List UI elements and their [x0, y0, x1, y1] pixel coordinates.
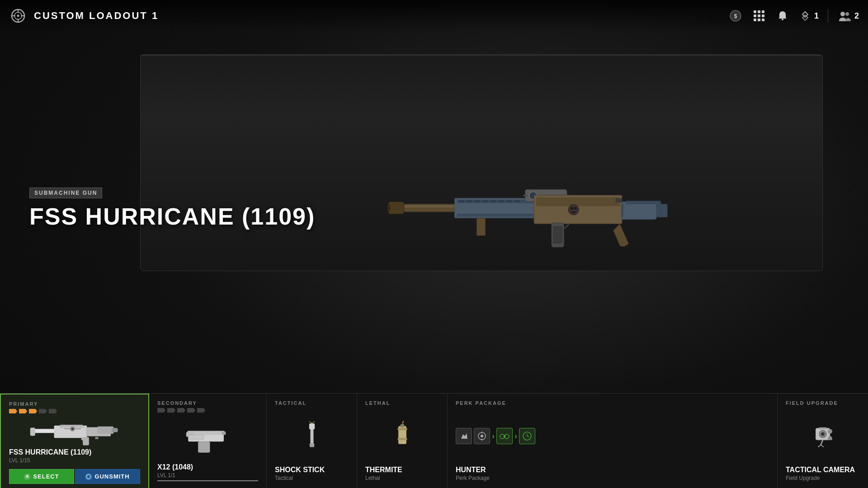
perk-label: PERK PACKAGE	[456, 400, 769, 406]
star-4	[39, 409, 47, 413]
rank-number: 1	[814, 11, 819, 21]
svg-rect-70	[309, 443, 314, 447]
bell-icon[interactable]	[775, 9, 790, 23]
x-icon: ✕	[24, 474, 30, 480]
cod-points-icon[interactable]: $	[728, 9, 743, 23]
svg-line-72	[309, 422, 310, 423]
svg-point-98	[828, 429, 833, 434]
top-bar-left: CUSTOM LOADOUT 1	[9, 7, 159, 25]
select-label: SELECT	[33, 473, 59, 480]
svg-rect-59	[112, 428, 118, 432]
svg-rect-43	[782, 19, 783, 20]
perk-icon-4	[519, 428, 535, 444]
s-star-5	[197, 408, 205, 413]
s-star-1	[157, 408, 165, 413]
svg-rect-30	[656, 204, 667, 217]
loadout-title: CUSTOM LOADOUT 1	[34, 10, 159, 22]
weapon-display-area	[335, 125, 768, 296]
secondary-level-bar	[157, 480, 258, 481]
svg-point-55	[71, 427, 74, 430]
primary-slot[interactable]: PRIMARY	[0, 394, 149, 488]
primary-weapon-name: FSS HURRICANE (1109)	[9, 448, 140, 456]
svg-rect-58	[97, 427, 113, 434]
star-2	[19, 409, 27, 413]
primary-buttons: ✕ SELECT ◯ GUNSMITH	[9, 469, 140, 484]
players-count: 2	[854, 11, 859, 21]
perk-icon-3	[496, 428, 513, 444]
grid-icon[interactable]	[752, 9, 766, 23]
perk-arrow-2: ›	[514, 432, 517, 441]
secondary-label: SECONDARY	[157, 400, 258, 406]
weapon-main-svg	[375, 161, 728, 260]
svg-rect-67	[189, 436, 203, 439]
svg-rect-7	[459, 201, 464, 202]
field-label: FIELD UPGRADE	[786, 400, 860, 406]
gunsmith-button[interactable]: ◯ GUNSMITH	[75, 469, 140, 484]
svg-line-89	[527, 436, 529, 437]
svg-rect-12	[499, 201, 504, 202]
lethal-item-sub: Lethal	[365, 475, 439, 481]
weapon-table-surface	[140, 54, 823, 271]
svg-rect-6	[457, 214, 536, 217]
svg-rect-29	[621, 202, 656, 220]
tactical-item-image	[275, 408, 349, 464]
svg-point-46	[840, 12, 845, 16]
lethal-label: LETHAL	[365, 400, 439, 406]
star-5	[49, 409, 57, 413]
field-item-name: TACTICAL CAMERA	[786, 466, 860, 474]
primary-stars	[9, 409, 140, 413]
perk-item-image: › ›	[456, 408, 769, 464]
svg-point-81	[481, 435, 483, 437]
scope-icon	[9, 7, 27, 25]
svg-point-24	[571, 207, 573, 210]
svg-rect-94	[819, 427, 827, 429]
svg-point-23	[568, 204, 579, 215]
tactical-slot[interactable]: TACTICAL SHOCK STICK Tactical	[267, 394, 357, 488]
perk-slot[interactable]: PERK PACKAGE	[448, 394, 778, 488]
rank-badge: 1	[799, 11, 819, 21]
perk-icons-container: › ›	[456, 428, 535, 444]
divider	[828, 9, 828, 23]
secondary-weapon-image	[157, 416, 258, 461]
perk-icon-2	[474, 428, 490, 444]
secondary-stars	[157, 408, 258, 413]
field-item-image	[786, 408, 860, 464]
s-star-3	[177, 408, 185, 413]
lethal-slot[interactable]: LETHAL THERMITE Lethal	[357, 394, 448, 488]
svg-rect-22	[536, 197, 620, 206]
svg-rect-11	[491, 201, 496, 202]
svg-rect-2	[388, 202, 404, 214]
svg-rect-65	[198, 441, 210, 453]
secondary-level-fill	[157, 480, 258, 481]
tactical-item-sub: Tactical	[275, 475, 349, 481]
field-upgrade-slot[interactable]: FIELD UPGRADE TACTI	[778, 394, 868, 488]
primary-weapon-level: LVL 1/15	[9, 457, 140, 464]
lethal-item-name: THERMITE	[365, 466, 439, 474]
svg-rect-77	[397, 438, 407, 440]
svg-rect-32	[626, 201, 661, 205]
players-badge: 2	[837, 9, 859, 22]
svg-text:$: $	[734, 13, 737, 19]
svg-rect-49	[30, 427, 35, 436]
secondary-weapon-level: LVL 1/1	[157, 472, 258, 479]
secondary-slot[interactable]: SECONDARY	[149, 394, 267, 488]
svg-rect-10	[483, 201, 488, 202]
svg-rect-76	[397, 428, 407, 430]
s-star-4	[187, 408, 195, 413]
select-button[interactable]: ✕ SELECT	[9, 469, 74, 484]
gunsmith-label: GUNSMITH	[94, 473, 129, 480]
star-1	[9, 409, 17, 413]
svg-rect-64	[222, 432, 226, 435]
primary-weapon-image	[9, 417, 140, 446]
svg-rect-3	[387, 204, 390, 211]
svg-point-79	[402, 421, 404, 423]
tactical-item-name: SHOCK STICK	[275, 466, 349, 474]
perk-arrow-1: ›	[492, 432, 495, 441]
primary-label: PRIMARY	[9, 401, 140, 407]
circle-icon: ◯	[85, 474, 92, 480]
svg-line-97	[821, 445, 824, 447]
svg-rect-57	[83, 437, 89, 445]
svg-rect-20	[476, 218, 486, 236]
main-container: SUBMACHINE GUN FSS HURRICANE (1109) CUST…	[0, 0, 868, 488]
svg-rect-86	[504, 436, 505, 437]
